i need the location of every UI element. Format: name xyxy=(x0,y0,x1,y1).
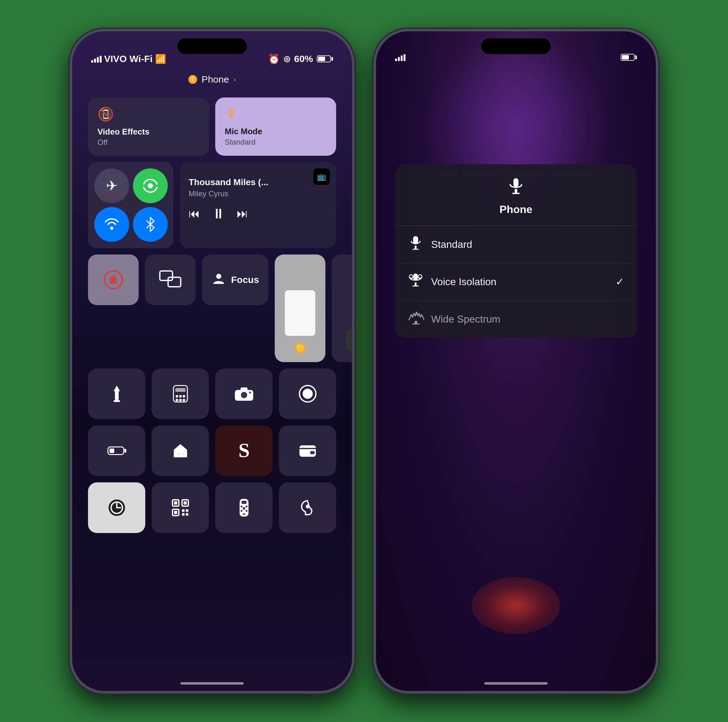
svg-point-49 xyxy=(240,505,242,507)
now-playing-artist: Miley Cyrus xyxy=(189,189,327,198)
now-playing-controls: ⏮ ⏸ ⏭ xyxy=(189,206,327,222)
mic-selector-card: Phone Standard xyxy=(395,164,637,338)
svg-rect-41 xyxy=(174,511,177,514)
camera-tile[interactable] xyxy=(215,369,272,419)
svg-rect-56 xyxy=(515,189,517,193)
pause-button[interactable]: ⏸ xyxy=(211,206,225,222)
screen-mirror-tile[interactable] xyxy=(145,254,196,305)
qr-scanner-tile[interactable] xyxy=(151,482,209,533)
signal-bars xyxy=(91,55,102,63)
svg-rect-63 xyxy=(413,286,419,286)
svg-rect-8 xyxy=(115,391,119,400)
svg-rect-60 xyxy=(413,249,419,250)
svg-rect-39 xyxy=(184,502,187,505)
wifi-button[interactable] xyxy=(94,207,129,242)
video-effects-title: Video Effects xyxy=(98,127,199,137)
svg-point-18 xyxy=(183,399,185,401)
apple-tv-icon: 📺 xyxy=(314,168,330,185)
home-indicator-2 xyxy=(484,682,548,685)
signal-bar-2-3 xyxy=(401,55,402,61)
cc-top-row: 📵 Video Effects Off 🎙 Mic Mode Standard xyxy=(88,98,336,156)
mic-option-wide-label: Wide Spectrum xyxy=(431,314,624,325)
remote-tile[interactable] xyxy=(215,482,272,533)
accessibility-tile[interactable] xyxy=(88,482,145,533)
signal-bar-2-2 xyxy=(398,57,400,61)
svg-point-23 xyxy=(249,392,251,393)
svg-point-1 xyxy=(110,226,113,230)
hearing-icon xyxy=(300,498,315,517)
wallet-tile[interactable] xyxy=(279,425,336,476)
signal-bar-3 xyxy=(97,57,99,63)
cellular-button[interactable] xyxy=(133,168,168,203)
svg-rect-29 xyxy=(178,454,183,457)
shazam-tile[interactable]: S xyxy=(215,425,272,476)
airplane-mode-button[interactable]: ✈ xyxy=(94,168,129,203)
screen-lock-tile[interactable] xyxy=(88,254,139,305)
signal-bar-2-4 xyxy=(404,54,405,61)
svg-rect-53 xyxy=(243,513,245,515)
video-effects-tile[interactable]: 📵 Video Effects Off xyxy=(88,98,209,156)
notification-bar[interactable]: 🎙 Phone › xyxy=(72,71,352,91)
cc-content: 📵 Video Effects Off 🎙 Mic Mode Standard xyxy=(72,91,352,546)
mic-card-phone-icon xyxy=(507,177,525,199)
qr-scanner-icon xyxy=(171,499,190,517)
svg-rect-33 xyxy=(310,451,315,454)
homekit-tile[interactable] xyxy=(151,425,209,476)
mic-card-header: Phone xyxy=(395,164,637,226)
svg-point-17 xyxy=(179,399,182,401)
connectivity-tile: ✈ xyxy=(88,162,173,248)
accessibility-icon xyxy=(107,498,126,517)
fast-forward-button[interactable]: ⏭ xyxy=(237,207,248,220)
mic-selector-background: Wide Spectrum is currently unavailable P… xyxy=(376,31,656,691)
screen-record-tile[interactable] xyxy=(279,369,336,419)
now-playing-tile[interactable]: 📺 Thousand Miles (... Miley Cyrus ⏮ ⏸ ⏭ xyxy=(180,162,336,248)
svg-rect-42 xyxy=(182,509,185,512)
control-center-background: VIVO Wi-Fi 📶 ⏰ ◎ 60% xyxy=(72,31,352,691)
mic-mode-icon: 🎙 xyxy=(225,106,327,122)
red-glow xyxy=(472,577,560,634)
cellular-icon xyxy=(142,178,158,194)
svg-text:S: S xyxy=(239,441,250,460)
cc-row4: S xyxy=(88,425,336,476)
brightness-fill xyxy=(285,290,315,336)
mic-option-voice-isolation[interactable]: Voice Isolation ✓ xyxy=(395,263,637,301)
calculator-tile[interactable] xyxy=(151,369,209,419)
camera-icon xyxy=(234,385,254,402)
battery-fill xyxy=(318,57,325,61)
status-bar-2-left xyxy=(395,54,405,61)
dynamic-island-2 xyxy=(481,38,551,54)
appletv-slider: ▶ xyxy=(332,254,352,356)
svg-rect-55 xyxy=(513,178,518,187)
hearing-tile[interactable] xyxy=(279,482,336,533)
svg-point-7 xyxy=(216,274,221,279)
mic-mode-tile[interactable]: 🎙 Mic Mode Standard xyxy=(215,98,336,156)
battery-fill-2 xyxy=(622,55,629,60)
notification-source: Phone xyxy=(202,74,229,85)
carrier-label: VIVO Wi-Fi xyxy=(104,54,153,64)
screen-mirror-icon xyxy=(159,270,181,289)
svg-point-51 xyxy=(240,510,242,512)
svg-rect-43 xyxy=(186,509,188,512)
torch-tile[interactable] xyxy=(88,369,145,419)
mic-option-standard[interactable]: Standard xyxy=(395,226,637,263)
bluetooth-icon xyxy=(145,216,156,233)
svg-rect-59 xyxy=(414,246,416,249)
now-playing-title: Thousand Miles (... xyxy=(189,177,327,187)
brightness-tile[interactable]: ☀️ xyxy=(275,254,326,362)
svg-rect-66 xyxy=(414,321,417,323)
mic-option-wide-spectrum[interactable]: Wide Spectrum xyxy=(395,301,637,338)
svg-point-15 xyxy=(183,395,185,398)
battery-status-tile[interactable] xyxy=(88,425,145,476)
notification-chevron: › xyxy=(233,75,236,84)
wide-spectrum-icon xyxy=(408,310,424,328)
lock-rotation-icon xyxy=(102,269,124,291)
mic-dot-icon: 🎙 xyxy=(190,76,196,83)
rewind-button[interactable]: ⏮ xyxy=(189,207,200,220)
mic-mode-subtitle: Standard xyxy=(225,138,327,147)
phone-1-screen: VIVO Wi-Fi 📶 ⏰ ◎ 60% xyxy=(72,31,352,691)
appletv-tile[interactable]: ▶ xyxy=(332,254,352,362)
focus-tile[interactable]: Focus xyxy=(202,254,268,305)
voice-isolation-icon xyxy=(408,273,424,291)
svg-point-50 xyxy=(246,505,248,507)
bluetooth-button[interactable] xyxy=(133,207,168,242)
